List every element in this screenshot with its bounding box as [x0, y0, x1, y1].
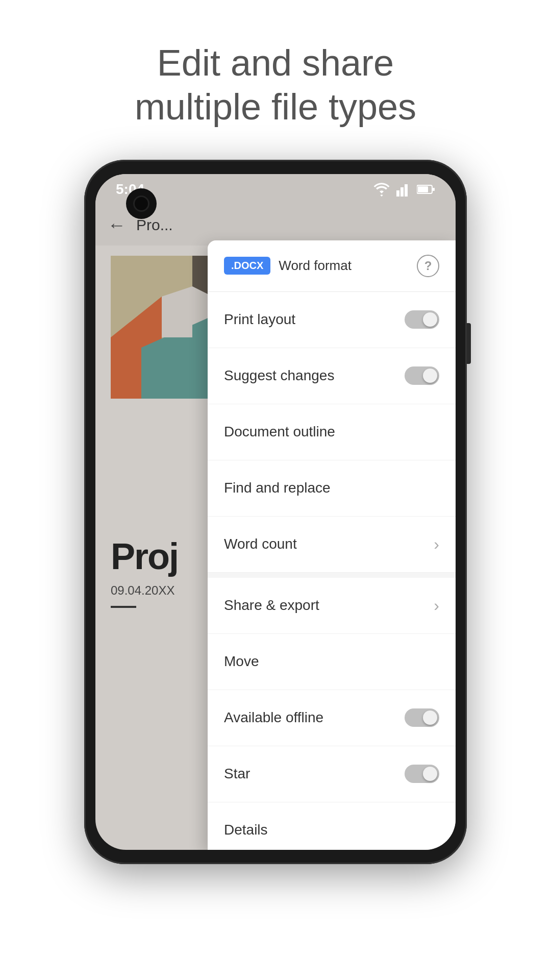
doc-underline [111, 606, 136, 608]
suggest-changes-label: Suggest changes [224, 368, 405, 384]
print-layout-toggle[interactable] [405, 310, 439, 329]
docx-badge: .DOCX [224, 257, 270, 275]
menu-item-star[interactable]: Star [208, 746, 456, 802]
menu-item-suggest-changes[interactable]: Suggest changes [208, 348, 456, 404]
app-bar-title: Pro... [136, 216, 173, 234]
help-icon[interactable]: ? [417, 255, 439, 277]
phone-mockup: 5:04 [84, 160, 467, 864]
phone-shell: 5:04 [84, 160, 467, 864]
battery-icon [417, 184, 435, 194]
headline-line1: Edit and share [157, 42, 394, 83]
wifi-icon [373, 182, 390, 197]
menu-item-available-offline[interactable]: Available offline [208, 690, 456, 746]
word-format-label: Word format [279, 258, 409, 274]
dropdown-menu: .DOCX Word format ? Print layout Suggest… [208, 240, 456, 850]
menu-item-find-replace[interactable]: Find and replace [208, 460, 456, 517]
star-toggle[interactable] [405, 765, 439, 783]
svg-rect-2 [405, 184, 408, 197]
page-headline: Edit and share multiple file types [94, 41, 457, 129]
svg-rect-0 [396, 190, 399, 197]
word-count-chevron: › [434, 535, 439, 554]
document-outline-label: Document outline [224, 424, 439, 440]
svg-rect-4 [418, 186, 428, 192]
dropdown-header: .DOCX Word format ? [208, 240, 456, 292]
available-offline-label: Available offline [224, 709, 405, 726]
menu-item-word-count[interactable]: Word count › [208, 517, 456, 573]
phone-screen: 5:04 [95, 174, 456, 850]
front-camera [126, 188, 157, 219]
menu-item-document-outline[interactable]: Document outline [208, 404, 456, 460]
side-button [467, 323, 471, 364]
find-replace-label: Find and replace [224, 480, 439, 496]
share-export-chevron: › [434, 596, 439, 615]
menu-item-print-layout[interactable]: Print layout [208, 292, 456, 348]
suggest-changes-toggle[interactable] [405, 366, 439, 385]
doc-title: Proj [111, 535, 178, 577]
available-offline-toggle[interactable] [405, 708, 439, 727]
print-layout-label: Print layout [224, 311, 405, 328]
menu-divider [208, 573, 456, 578]
svg-rect-1 [400, 187, 404, 197]
menu-item-details[interactable]: Details [208, 802, 456, 850]
back-button[interactable]: ← [108, 214, 126, 236]
signal-icon [396, 182, 411, 197]
menu-item-share-export[interactable]: Share & export › [208, 578, 456, 634]
move-label: Move [224, 653, 439, 670]
menu-item-move[interactable]: Move [208, 634, 456, 690]
doc-date: 09.04.20XX [111, 583, 174, 598]
share-export-label: Share & export [224, 597, 434, 614]
star-label: Star [224, 766, 405, 782]
word-count-label: Word count [224, 536, 434, 552]
svg-rect-5 [433, 188, 435, 191]
status-icons [373, 182, 435, 197]
details-label: Details [224, 822, 439, 838]
headline-line2: multiple file types [135, 86, 416, 127]
